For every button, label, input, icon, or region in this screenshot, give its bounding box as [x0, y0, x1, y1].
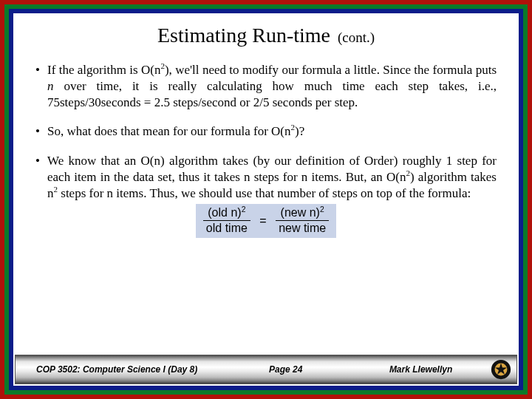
bullet-marker: • [35, 123, 47, 140]
b1-pre: If the algorithm is O(n [47, 63, 160, 77]
bullet-2-text: So, what does that mean for our formula … [47, 123, 497, 140]
bullet-1-text: If the algorithm is O(n2), we'll need to… [47, 62, 497, 110]
mid-border-green: Estimating Run-time (cont.) • If the alg… [4, 4, 528, 395]
frac-left-den: old time [203, 221, 250, 234]
b1-ital-n: n [47, 79, 54, 93]
slide-title: Estimating Run-time (cont.) [13, 13, 519, 55]
footer-page: Page 24 [218, 364, 353, 375]
footer-bar: COP 3502: Computer Science I (Day 8) Pag… [15, 355, 517, 384]
bullet-marker: • [35, 62, 47, 110]
bullet-marker: • [35, 153, 47, 201]
title-suffix: (cont.) [338, 30, 375, 45]
bullet-1: • If the algorithm is O(n2), we'll need … [35, 62, 497, 110]
fraction-right: (new n)2 new time [276, 207, 329, 234]
slide-body: Estimating Run-time (cont.) • If the alg… [13, 13, 519, 386]
new-n: new n [284, 206, 316, 219]
formula-box: (old n)2 old time = (new n)2 new time [196, 204, 336, 238]
fraction-left: (old n)2 old time [203, 207, 250, 234]
bullet-2: • So, what does that mean for our formul… [35, 123, 497, 140]
ucf-logo-icon [490, 358, 512, 381]
bullet-3-text: We know that an O(n) algorithm takes (by… [47, 153, 497, 201]
exp-left: 2 [242, 205, 246, 214]
b1-mid1: ), we'll need to modify our formula a li… [165, 63, 497, 77]
b1-mid2: over time, it is really calculating how … [47, 79, 497, 109]
formula-container: (old n)2 old time = (new n)2 new time [35, 204, 497, 238]
title-main: Estimating Run-time [157, 24, 330, 47]
b2-post: )? [295, 124, 304, 138]
inner-border-blue: Estimating Run-time (cont.) • If the alg… [9, 9, 523, 390]
footer-author: Mark Llewellyn [353, 364, 488, 375]
slide-content: • If the algorithm is O(n2), we'll need … [13, 55, 519, 355]
outer-border-red: Estimating Run-time (cont.) • If the alg… [0, 0, 532, 399]
frac-right-num: (new n)2 [276, 207, 329, 221]
frac-left-num: (old n)2 [203, 207, 250, 221]
b2-pre: So, what does that mean for our formula … [47, 124, 291, 138]
footer-course: COP 3502: Computer Science I (Day 8) [16, 364, 218, 375]
exp-right: 2 [320, 205, 324, 214]
equals-sign: = [253, 215, 272, 227]
frac-right-den: new time [276, 221, 329, 234]
b3-post: steps for n items. Thus, we should use t… [58, 186, 471, 200]
bullet-3: • We know that an O(n) algorithm takes (… [35, 153, 497, 201]
old-n: old n [212, 206, 238, 219]
